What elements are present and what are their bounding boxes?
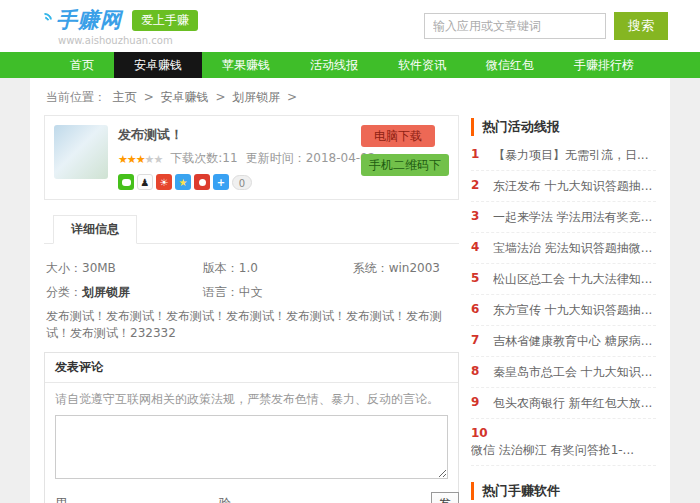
hot-activities-title: 热门活动线报: [471, 118, 656, 136]
hot-software-title: 热门手赚软件: [471, 482, 656, 500]
hot-activities-list: 1【暴力项目】无需引流，日... 2东汪发布 十九大知识答题抽... 3一起来学…: [471, 140, 656, 466]
nav-item-android[interactable]: 安卓赚钱: [114, 52, 202, 78]
hot-activity-link[interactable]: 宝墙法治 宪法知识答题抽微...: [493, 240, 652, 257]
qr-download-button[interactable]: 手机二维码下: [361, 154, 449, 176]
hot-activity-item: 10微信 法治柳江 有奖问答抢1-...: [471, 419, 656, 466]
update-time: 更新时间：2018-04-02: [246, 150, 376, 167]
share-bar: ♟ ☀ ★ + 0: [118, 174, 375, 190]
rank-number: 4: [471, 240, 484, 257]
hot-activity-item: 9包头农商银行 新年红包大放...: [471, 388, 656, 419]
rank-number: 9: [471, 395, 484, 412]
search-bar: 搜索: [424, 12, 668, 40]
main-nav: 首页 安卓赚钱 苹果赚钱 活动线报 软件资讯 微信红包 手赚排行榜: [0, 52, 700, 78]
hot-activity-item: 3一起来学法 学法用法有奖竞...: [471, 202, 656, 233]
app-info-grid: 大小：30MB 版本：1.0 系统：win2003 分类：划屏锁屏 语言：中文: [46, 260, 459, 301]
search-input[interactable]: [424, 13, 606, 39]
submit-comment-button[interactable]: 发表评: [431, 492, 459, 503]
rank-number: 2: [471, 178, 484, 195]
hot-activity-item: 7吉林省健康教育中心 糖尿病...: [471, 326, 656, 357]
rank-number: 6: [471, 302, 484, 319]
hot-activity-item: 4宝墙法治 宪法知识答题抽微...: [471, 233, 656, 264]
comment-form-panel: 发表评论 请自觉遵守互联网相关的政策法规，严禁发布色情、暴力、反动的言论。 用户…: [44, 352, 459, 503]
detail-tabbar: 详细信息: [44, 214, 459, 244]
nav-item-wechat-redpacket[interactable]: 微信红包: [466, 52, 554, 78]
nav-item-news[interactable]: 软件资讯: [378, 52, 466, 78]
breadcrumb: 当前位置： 主页 > 安卓赚钱 > 划屏锁屏 >: [46, 89, 656, 106]
breadcrumb-separator: >: [287, 90, 297, 104]
logo[interactable]: 手赚网 爱上手赚 www.aishouzhuan.com: [38, 6, 198, 46]
tab-detail-info[interactable]: 详细信息: [53, 215, 137, 244]
breadcrumb-android[interactable]: 安卓赚钱: [161, 90, 209, 104]
app-detail-card: 发布测试！ ★★★★★ 下载次数:11 更新时间：2018-04-02 ♟ ☀ …: [44, 115, 459, 200]
app-version: 版本：1.0: [203, 260, 349, 277]
rating-stars: ★★★★★: [118, 152, 162, 166]
renren-share-icon[interactable]: [194, 174, 210, 190]
nav-item-ranking[interactable]: 手赚排行榜: [554, 52, 654, 78]
hot-activity-link[interactable]: 秦皇岛市总工会 十九大知识...: [493, 364, 652, 381]
logo-site-url: www.aishouzhuan.com: [58, 35, 198, 46]
right-sidebar: 热门活动线报 1【暴力项目】无需引流，日... 2东汪发布 十九大知识答题抽..…: [471, 115, 656, 503]
breadcrumb-home[interactable]: 主页: [113, 90, 137, 104]
signal-icon: [38, 13, 54, 27]
logo-slogan-badge: 爱上手赚: [132, 10, 198, 31]
username-label: 用户名:: [55, 495, 71, 503]
category-link[interactable]: 划屏锁屏: [82, 285, 130, 299]
comment-form-title: 发表评论: [45, 353, 458, 383]
hot-activity-link[interactable]: 东方宣传 十九大知识答题抽...: [493, 302, 652, 319]
rank-number: 3: [471, 209, 484, 226]
nav-item-home[interactable]: 首页: [50, 52, 114, 78]
rank-number: 5: [471, 271, 484, 288]
app-category: 分类：划屏锁屏: [46, 284, 199, 301]
nav-item-ios[interactable]: 苹果赚钱: [202, 52, 290, 78]
app-language: 语言：中文: [203, 284, 263, 301]
breadcrumb-separator: >: [144, 90, 154, 104]
nav-item-activity[interactable]: 活动线报: [290, 52, 378, 78]
hot-activity-item: 6东方宣传 十九大知识答题抽...: [471, 295, 656, 326]
hot-activity-link[interactable]: 包头农商银行 新年红包大放...: [493, 395, 652, 412]
rank-number: 8: [471, 364, 484, 381]
hot-activity-item: 2东汪发布 十九大知识答题抽...: [471, 171, 656, 202]
breadcrumb-category[interactable]: 划屏锁屏: [232, 90, 280, 104]
pc-download-button[interactable]: 电脑下载: [361, 125, 435, 147]
download-count: 下载次数:11: [170, 150, 237, 167]
hot-activity-item: 8秦皇岛市总工会 十九大知识...: [471, 357, 656, 388]
hot-activity-link[interactable]: 一起来学法 学法用法有奖竞...: [493, 209, 652, 226]
hot-activity-link[interactable]: 东汪发布 十九大知识答题抽...: [493, 178, 652, 195]
top-header: 手赚网 爱上手赚 www.aishouzhuan.com 搜索: [0, 0, 700, 52]
rank-number: 7: [471, 333, 484, 350]
logo-title: 手赚网: [56, 6, 122, 34]
app-description: 发布测试！发布测试！发布测试！发布测试！发布测试！发布测试！发布测试！发布测试！…: [46, 308, 459, 342]
comment-policy-notice: 请自觉遵守互联网相关的政策法规，严禁发布色情、暴力、反动的言论。: [55, 391, 448, 408]
more-share-icon[interactable]: +: [213, 174, 229, 190]
rank-number: 10: [471, 426, 488, 440]
wechat-share-icon[interactable]: [118, 174, 134, 190]
rank-number: 1: [471, 147, 484, 164]
breadcrumb-label: 当前位置：: [46, 90, 106, 104]
qq-share-icon[interactable]: ♟: [137, 174, 153, 190]
hot-activity-link[interactable]: 【暴力项目】无需引流，日...: [493, 147, 648, 164]
comment-textarea[interactable]: [55, 415, 448, 479]
weibo-share-icon[interactable]: ☀: [156, 174, 172, 190]
captcha-label: 验证码:: [219, 495, 235, 503]
content-container: 当前位置： 主页 > 安卓赚钱 > 划屏锁屏 > 发布测试！ ★★★★★ 下载次…: [30, 78, 670, 503]
share-count-badge: 0: [232, 175, 252, 190]
app-size: 大小：30MB: [46, 260, 199, 277]
hot-activity-link[interactable]: 微信 法治柳江 有奖问答抢1-...: [471, 442, 656, 459]
qzone-share-icon[interactable]: ★: [175, 174, 191, 190]
hot-activity-link[interactable]: 松山区总工会 十九大法律知...: [493, 271, 652, 288]
app-title: 发布测试！: [118, 126, 375, 144]
hot-activity-item: 5松山区总工会 十九大法律知...: [471, 264, 656, 295]
hot-activity-link[interactable]: 吉林省健康教育中心 糖尿病...: [493, 333, 652, 350]
app-system: 系统：win2003: [353, 260, 440, 277]
app-thumbnail: [54, 125, 108, 179]
breadcrumb-separator: >: [215, 90, 225, 104]
hot-activity-item: 1【暴力项目】无需引流，日...: [471, 140, 656, 171]
search-button[interactable]: 搜索: [614, 12, 668, 40]
